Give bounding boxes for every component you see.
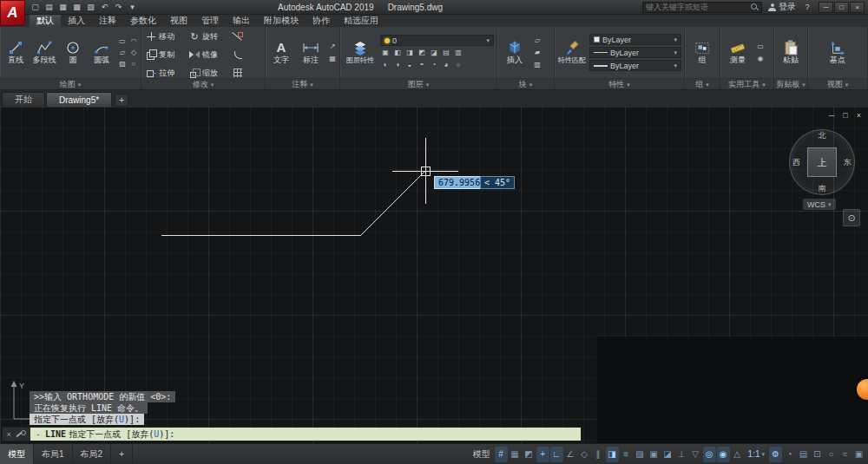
tool-circle[interactable]: 圆	[60, 40, 86, 64]
status-lock-ui[interactable]: ⊡	[811, 447, 824, 462]
draw-mini-tool-icon[interactable]: ◠	[128, 36, 139, 47]
block-mini-tool-icon[interactable]: ▰	[532, 48, 542, 58]
status-ortho[interactable]: ∟	[550, 447, 563, 462]
panel-label-properties[interactable]: 特性 ▾	[555, 78, 684, 89]
layer-tool-icon[interactable]: ◪	[429, 48, 439, 58]
command-close-icon[interactable]: ×	[7, 430, 11, 439]
block-mini-tool-icon[interactable]: ▱	[532, 36, 542, 46]
status-osnap[interactable]: ◨	[606, 447, 619, 462]
status-autoscale[interactable]: △	[731, 447, 744, 462]
panel-label-view[interactable]: 视图 ▾	[808, 78, 867, 89]
tool-text[interactable]: A 文字	[268, 40, 294, 64]
draw-mini-tool-icon[interactable]: ▱	[117, 48, 128, 58]
ribbon-tab-参数化[interactable]: 参数化	[123, 15, 163, 27]
status-gizmo[interactable]: ◎	[703, 447, 716, 462]
utilities-mini-tool-icon[interactable]: ◉	[755, 54, 766, 64]
ribbon-tab-精选应用[interactable]: 精选应用	[337, 15, 385, 27]
ribbon-tab-默认[interactable]: 默认	[30, 15, 61, 27]
qat-redo[interactable]: ↷	[113, 3, 124, 11]
viewport-close-icon[interactable]: ×	[857, 112, 861, 120]
new-drawing-button[interactable]: +	[115, 94, 128, 107]
layout-tab-layout1[interactable]: 布局1	[34, 444, 73, 464]
tool-layer-properties[interactable]: 图层特性	[343, 41, 378, 64]
draw-mini-tool-icon[interactable]: ▨	[117, 59, 128, 69]
wcs-menu[interactable]: WCS ▾	[803, 199, 836, 210]
tool-fillet[interactable]	[233, 49, 253, 60]
tool-arc[interactable]: 圆弧	[89, 40, 115, 64]
file-tab-start[interactable]: 开始	[2, 92, 45, 107]
tool-stretch[interactable]: 拉伸	[146, 68, 187, 79]
status-osnap-tracking[interactable]: ∥	[592, 447, 605, 462]
panel-label-clipboard[interactable]: 剪贴板 ▾	[774, 78, 807, 89]
viewcube-north[interactable]: 北	[819, 132, 826, 140]
ribbon-tab-协作[interactable]: 协作	[306, 15, 337, 27]
dynamic-input-length[interactable]: 679.9956	[434, 176, 484, 189]
layer-tool-icon[interactable]: ○	[453, 60, 464, 70]
qat-plot[interactable]: ▧	[85, 3, 96, 11]
status-selection-filter[interactable]: ▽	[689, 447, 702, 462]
ribbon-tab-管理[interactable]: 管理	[194, 15, 226, 27]
utilities-mini-tool-icon[interactable]: ▭	[755, 42, 766, 52]
qat-new-file[interactable]: ▢	[30, 3, 41, 11]
tool-rotate[interactable]: ↻旋转	[189, 31, 230, 42]
layer-tool-icon[interactable]: ◓	[417, 60, 427, 70]
viewport-restore-icon[interactable]: □	[843, 112, 847, 120]
tool-measure[interactable]: 测量	[723, 40, 753, 64]
tool-copy[interactable]: 复制	[146, 49, 187, 61]
drawing-canvas[interactable]: ─ □ × 679.9956 < 45° 北 南 西 东 上 WCS ▾ ⊙ Y	[0, 107, 868, 443]
qat-save-file[interactable]: ▦	[57, 3, 69, 11]
status-grid[interactable]: #	[495, 447, 508, 462]
minimize-button[interactable]: ─	[819, 2, 833, 13]
layer-tool-icon[interactable]: ◑	[392, 60, 403, 70]
viewport-minimize-icon[interactable]: ─	[829, 112, 834, 120]
viewcube-south[interactable]: 南	[819, 185, 826, 193]
draw-mini-tool-icon[interactable]: ◇	[128, 48, 139, 58]
viewcube-east[interactable]: 东	[844, 159, 852, 167]
tool-group[interactable]: 组	[687, 40, 717, 64]
tool-scale[interactable]: 缩放	[189, 68, 230, 79]
lineweight-dropdown[interactable]: ByLayer ▾	[589, 60, 681, 71]
tool-trim[interactable]	[233, 31, 253, 42]
annotation-scale-button[interactable]: 1:1 ▾	[744, 449, 769, 459]
status-quick-properties[interactable]: ▤	[797, 447, 810, 462]
annotate-mini-tool-icon[interactable]: ▦	[327, 54, 338, 64]
panel-label-groups[interactable]: 组 ▾	[685, 78, 720, 89]
status-isodraft[interactable]: ◇	[578, 447, 591, 462]
block-mini-tool-icon[interactable]: ▥	[532, 60, 542, 70]
command-customize-icon[interactable]	[15, 429, 26, 440]
layer-tool-icon[interactable]: ▣	[380, 48, 391, 58]
layer-dropdown[interactable]: 0 ▾	[380, 35, 494, 46]
layer-tool-icon[interactable]: ◒	[404, 60, 415, 70]
layer-tool-icon[interactable]: ◔	[429, 60, 439, 70]
qat-save-as[interactable]: ▩	[71, 3, 82, 11]
status-dynamic-input[interactable]: +	[536, 447, 549, 462]
linetype-dropdown[interactable]: ByLayer ▾	[589, 47, 681, 58]
search-icon[interactable]	[751, 3, 759, 11]
ribbon-tab-插入[interactable]: 插入	[61, 15, 92, 27]
tool-insert-block[interactable]: 插入	[500, 40, 529, 64]
file-tab-drawing5[interactable]: Drawing5*	[46, 92, 112, 107]
panel-label-utilities[interactable]: 实用工具 ▾	[720, 78, 773, 89]
qat-undo[interactable]: ↶	[99, 3, 110, 11]
layout-tab-model[interactable]: 模型	[0, 444, 34, 464]
navigation-bar[interactable]: ⊙	[843, 209, 860, 226]
panel-label-draw[interactable]: 绘图 ▾	[0, 78, 141, 89]
maximize-button[interactable]: □	[834, 2, 849, 13]
status-workspace[interactable]: ⚙	[769, 447, 782, 462]
tool-match-properties[interactable]: 特性匹配	[557, 41, 587, 64]
viewcube-top-face[interactable]: 上	[807, 147, 837, 177]
panel-label-layers[interactable]: 图层 ▾	[340, 78, 496, 89]
search-box[interactable]	[642, 2, 762, 13]
ribbon-tab-附加模块[interactable]: 附加模块	[257, 15, 306, 27]
panel-label-modify[interactable]: 修改 ▾	[141, 78, 265, 89]
layer-tool-icon[interactable]: ◧	[392, 48, 403, 58]
tool-dimension[interactable]: 标注	[297, 40, 325, 64]
help-button[interactable]: ?	[802, 3, 812, 11]
ribbon-tab-视图[interactable]: 视图	[163, 15, 194, 27]
status-clean-screen[interactable]: ▣	[852, 447, 865, 462]
tool-base[interactable]: 基点	[820, 40, 855, 64]
layer-tool-icon[interactable]: ◩	[417, 48, 427, 58]
tool-array[interactable]	[233, 68, 253, 78]
status-lineweight[interactable]: ≡	[620, 447, 633, 462]
qat-open-file[interactable]: ▤	[43, 3, 55, 11]
